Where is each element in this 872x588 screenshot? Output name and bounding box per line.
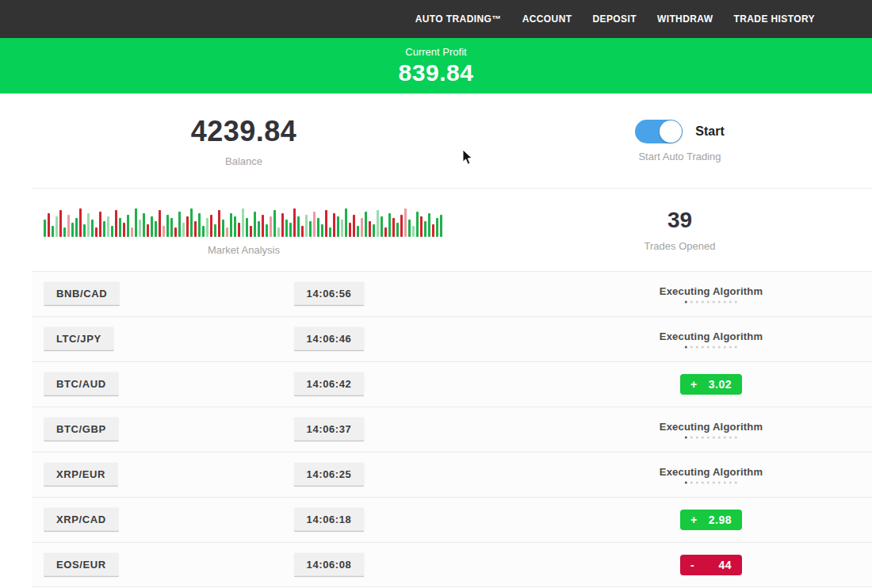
nav-item-auto-trading[interactable]: AUTO TRADING™ — [415, 13, 502, 25]
market-bar — [163, 226, 165, 237]
top-navbar: AUTO TRADING™ ACCOUNT DEPOSIT WITHDRAW T… — [0, 0, 872, 38]
market-bar — [103, 221, 105, 237]
market-bar — [428, 213, 430, 237]
market-bar — [230, 213, 232, 237]
progress-dots-icon — [660, 346, 763, 349]
nav-item-deposit[interactable]: DEPOSIT — [592, 13, 636, 25]
market-bar — [222, 220, 224, 237]
trade-status: +2.98 — [680, 510, 742, 530]
market-bar — [63, 227, 66, 237]
trade-time-chip: 14:06:37 — [294, 418, 365, 442]
result-sign: + — [690, 514, 698, 526]
market-bar — [123, 223, 125, 237]
market-bar — [301, 226, 304, 237]
market-bar — [178, 212, 181, 237]
market-analysis-label: Market Analysis — [208, 244, 280, 256]
executing-algorithm-label: Executing Algorithm — [660, 285, 763, 297]
trade-status: Executing Algorithm — [660, 466, 763, 484]
market-bar — [404, 208, 407, 237]
trade-pair-chip: XRP/CAD — [44, 508, 119, 533]
trade-time-chip: 14:06:46 — [294, 327, 365, 352]
result-sign: + — [690, 378, 698, 391]
market-bar — [59, 210, 62, 237]
market-bar — [52, 226, 54, 237]
market-bar — [119, 218, 121, 237]
current-profit-banner: Current Profit 839.84 — [0, 38, 872, 94]
executing-algorithm-label: Executing Algorithm — [660, 466, 763, 478]
trades-opened-label: Trades Opened — [644, 240, 716, 252]
market-bar — [424, 221, 426, 237]
market-bar — [202, 226, 205, 237]
nav-item-account[interactable]: ACCOUNT — [522, 13, 572, 25]
current-profit-label: Current Profit — [405, 46, 466, 58]
market-bar — [369, 221, 371, 237]
auto-trading-block: Start Start Auto Trading — [488, 94, 872, 188]
market-bar — [107, 216, 109, 237]
market-bar — [273, 210, 276, 237]
market-bar — [242, 208, 244, 237]
market-bar — [270, 216, 272, 237]
market-bar — [250, 226, 252, 237]
progress-dots-icon — [660, 301, 763, 304]
market-bar — [377, 210, 379, 237]
trade-row: XRP/CAD14:06:18+2.98 — [32, 497, 872, 542]
trade-result-badge: +2.98 — [680, 510, 742, 530]
market-bar — [317, 218, 319, 237]
market-bar — [349, 223, 351, 237]
market-bar — [412, 226, 415, 237]
nav-item-trade-history[interactable]: TRADE HISTORY — [733, 13, 815, 25]
trade-pair-chip: LTC/JPY — [44, 327, 114, 352]
result-sign: - — [690, 559, 694, 571]
market-bar — [170, 218, 173, 237]
market-bar — [325, 210, 327, 237]
result-amount: 3.02 — [709, 378, 732, 391]
market-bar — [277, 227, 280, 237]
trade-pair-chip: BTC/GBP — [44, 418, 119, 442]
market-bar — [420, 216, 423, 237]
market-bar — [305, 215, 308, 237]
market-bar — [285, 220, 288, 237]
trade-pair-chip: BNB/CAD — [44, 282, 120, 307]
executing-algorithm-label: Executing Algorithm — [660, 421, 763, 433]
market-bar — [143, 213, 145, 237]
market-bar — [131, 227, 133, 237]
market-bar — [67, 215, 70, 237]
market-bar — [147, 224, 149, 237]
trades-opened-value: 39 — [667, 208, 692, 233]
auto-trading-toggle[interactable] — [635, 120, 683, 143]
market-bar — [71, 223, 74, 237]
market-bar — [258, 221, 260, 237]
market-bar — [297, 216, 300, 237]
market-bar — [99, 212, 101, 237]
market-bar — [83, 224, 86, 237]
trade-row: EOS/EUR14:06:08-44 — [32, 542, 872, 587]
market-bar — [166, 215, 169, 237]
market-bar — [139, 220, 141, 237]
market-bar — [313, 212, 316, 237]
market-bar — [206, 218, 208, 237]
market-bar — [174, 227, 177, 237]
market-bar — [281, 213, 284, 237]
market-bar — [55, 216, 58, 237]
market-bar — [198, 213, 201, 237]
nav-item-withdraw[interactable]: WITHDRAW — [657, 13, 713, 25]
trade-result-badge: +3.02 — [680, 374, 742, 395]
market-bar — [416, 212, 419, 237]
market-bar — [91, 220, 94, 237]
market-bar — [182, 223, 185, 237]
trade-row: LTC/JPY14:06:46Executing Algorithm — [32, 316, 872, 361]
trade-row: BTC/GBP14:06:37Executing Algorithm — [32, 407, 872, 452]
executing-algorithm-label: Executing Algorithm — [660, 330, 763, 342]
market-bar — [218, 210, 220, 237]
market-bar — [127, 215, 129, 237]
market-bar — [48, 213, 50, 237]
market-analysis-chart — [44, 204, 444, 237]
market-bar — [246, 218, 248, 237]
market-bar — [87, 213, 90, 237]
market-bar — [321, 224, 323, 237]
trade-status: Executing Algorithm — [660, 421, 763, 439]
market-bar — [234, 216, 236, 237]
market-bar — [44, 220, 46, 237]
market-bar — [262, 215, 264, 237]
trade-status: Executing Algorithm — [660, 330, 763, 349]
